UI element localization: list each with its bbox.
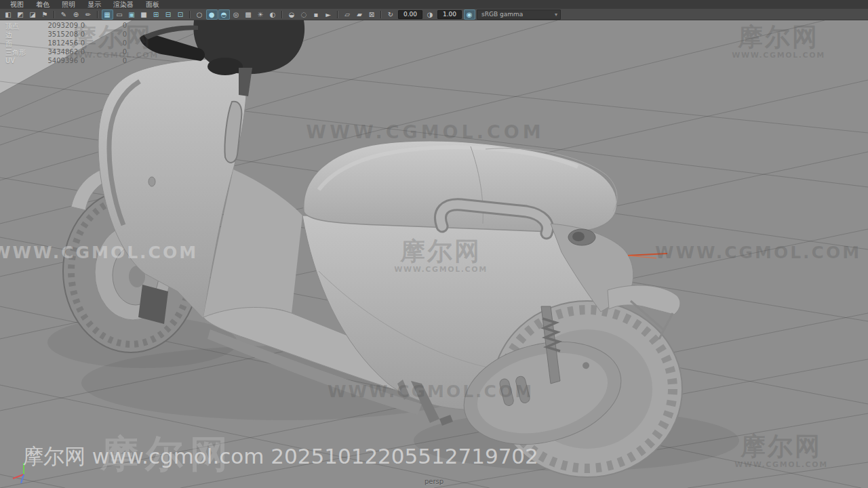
cowl-recess: [224, 102, 241, 163]
front-fork: [151, 102, 179, 224]
axis-gizmo: [0, 20, 868, 488]
pencil-icon[interactable]: ✏: [83, 9, 94, 20]
ground-grid: [0, 20, 868, 488]
seat: [304, 141, 617, 232]
left-grip: [140, 34, 205, 61]
wireframe-on-shaded-icon[interactable]: ◎: [231, 9, 242, 20]
body-panel: [302, 216, 599, 410]
resolution-gate-icon[interactable]: ▣: [126, 9, 138, 20]
handlebar-assembly: [140, 20, 304, 96]
colorspace-dropdown[interactable]: sRGB gamma▾: [477, 9, 561, 20]
menu-item-5[interactable]: 面板: [140, 0, 165, 9]
front-cowl: [98, 59, 302, 319]
brake-lever: [144, 26, 198, 39]
front-fender: [71, 164, 182, 210]
colorspace-label: sRGB gamma: [481, 11, 523, 18]
xray-icon[interactable]: ▩: [243, 9, 254, 20]
x-axis: [13, 474, 24, 479]
z-axis: [21, 474, 24, 483]
camera-icon[interactable]: ◧: [3, 9, 14, 20]
multisample-icon[interactable]: ▪: [311, 9, 322, 20]
rear-ground-shadow: [414, 410, 739, 471]
motion-blur-icon[interactable]: ◌: [298, 9, 310, 20]
camera-attributes-icon[interactable]: ◩: [15, 9, 26, 20]
rear-panel: [551, 224, 633, 312]
gamma-icon[interactable]: ◑: [425, 9, 436, 20]
engine-cover: [453, 327, 632, 460]
gate-mask-icon[interactable]: ■: [138, 9, 150, 20]
wireframe-icon[interactable]: ○: [194, 9, 205, 20]
grid-icon[interactable]: ▦: [102, 9, 113, 20]
rear-wheel: [492, 301, 682, 477]
grease-pencil-icon[interactable]: ✎: [58, 9, 70, 20]
view-transform-icon[interactable]: ◉: [464, 9, 475, 20]
rear-fender: [608, 285, 680, 339]
camera-lock-icon[interactable]: ◪: [27, 9, 39, 20]
perspective-viewport[interactable]: [0, 20, 868, 488]
menu-item-1[interactable]: 着色: [30, 0, 56, 9]
lights-icon[interactable]: ☀: [255, 9, 267, 20]
film-gate-icon[interactable]: ▭: [114, 9, 125, 20]
menu-item-3[interactable]: 显示: [81, 0, 107, 9]
viewport-toolbar: ◧◩◪⚑✎⊕✏▦▭▣■⊞⊟⊡○●◓◎▩☀◐◒◌▪►▱▰⊠↻◑◉sRGB gamm…: [0, 9, 868, 20]
snapshot-add-icon[interactable]: ▰: [354, 9, 366, 20]
menu-item-0[interactable]: 视图: [4, 0, 30, 9]
front-wheel: [63, 102, 199, 352]
chevron-down-icon: ▾: [555, 10, 557, 19]
exposure-field[interactable]: [398, 10, 422, 19]
field-chart-icon[interactable]: ⊞: [151, 9, 162, 20]
wheel-ground-shadow: [47, 317, 237, 368]
floorboard: [203, 307, 440, 415]
rotate-view-icon[interactable]: ⊕: [71, 9, 82, 20]
kickstand: [397, 380, 453, 426]
shadows-icon[interactable]: ◐: [267, 9, 279, 20]
grab-handle: [441, 205, 548, 233]
toolbar-separator: [54, 11, 55, 18]
exposure-icon[interactable]: ↻: [385, 9, 397, 20]
shaded-icon[interactable]: ●: [206, 9, 218, 20]
snapshot-icon[interactable]: ▱: [342, 9, 353, 20]
steering-column: [239, 68, 252, 96]
maya-window: 视图着色照明显示渲染器面板 ◧◩◪⚑✎⊕✏▦▭▣■⊞⊟⊡○●◓◎▩☀◐◒◌▪►▱…: [0, 0, 868, 488]
safe-action-icon[interactable]: ⊟: [163, 9, 174, 20]
selection-highlight: [628, 253, 667, 258]
toolbar-separator: [281, 11, 283, 18]
toolbar-separator: [97, 11, 98, 18]
toolbar-separator: [189, 11, 191, 18]
brake-caliper: [138, 285, 168, 324]
viewport-menu-bar: 视图着色照明显示渲染器面板: [0, 0, 868, 9]
menu-item-4[interactable]: 渲染器: [107, 0, 140, 9]
gamma-field[interactable]: [437, 10, 462, 19]
toolbar-separator: [380, 11, 382, 18]
image-plane-icon[interactable]: ⊠: [366, 9, 378, 20]
rear-shock: [541, 306, 560, 384]
select-cursor-icon[interactable]: ►: [323, 9, 334, 20]
taillight: [568, 229, 595, 245]
menu-item-2[interactable]: 照明: [56, 0, 81, 9]
front-ground-shadow: [81, 346, 488, 420]
safe-title-icon[interactable]: ⊡: [175, 9, 186, 20]
textured-icon[interactable]: ◓: [218, 9, 230, 20]
bookmark-icon[interactable]: ⚑: [39, 9, 51, 20]
ambient-occlusion-icon[interactable]: ◒: [286, 9, 298, 20]
scooter-model: [0, 20, 868, 488]
toolbar-separator: [337, 11, 338, 18]
